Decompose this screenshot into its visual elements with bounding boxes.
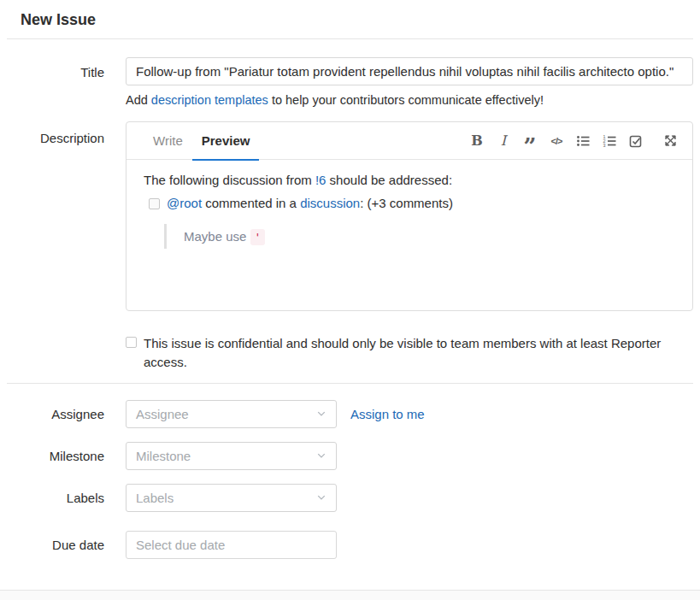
due-date-input[interactable]	[126, 531, 337, 559]
code-icon[interactable]: </>	[546, 131, 567, 151]
quoted-comment: Maybe use '	[164, 224, 675, 249]
milestone-label: Milestone	[7, 442, 126, 463]
section-divider	[7, 383, 693, 384]
assignee-dropdown-value: Assignee	[136, 407, 189, 421]
description-label: Description	[7, 121, 126, 145]
page-footer	[0, 590, 700, 600]
labels-row: Labels Labels	[7, 484, 693, 512]
intro-prefix: The following discussion from	[144, 173, 315, 187]
milestone-dropdown[interactable]: Milestone	[126, 442, 337, 470]
inline-code: '	[250, 229, 266, 245]
preview-intro-line: The following discussion from !6 should …	[144, 171, 675, 190]
chevron-down-icon	[316, 409, 326, 419]
tab-preview[interactable]: Preview	[192, 122, 260, 160]
task-list-item: @root commented in a discussion: (+3 com…	[144, 196, 675, 210]
assignee-row: Assignee Assignee Assign to me	[7, 400, 693, 428]
chevron-down-icon	[316, 450, 326, 461]
labels-label: Labels	[7, 484, 126, 505]
confidential-row: This issue is confidential and should on…	[7, 334, 693, 372]
task-mid-text: commented in a	[202, 196, 300, 210]
quote-icon[interactable]: ”	[520, 131, 540, 151]
milestone-row: Milestone Milestone	[7, 442, 693, 470]
task-text: @root commented in a discussion: (+3 com…	[167, 196, 453, 210]
intro-suffix: should be addressed:	[326, 173, 452, 187]
user-link[interactable]: @root	[167, 196, 202, 210]
due-date-row: Due date	[7, 531, 693, 559]
description-templates-link[interactable]: description templates	[151, 93, 268, 107]
merge-request-link[interactable]: !6	[315, 173, 326, 187]
labels-dropdown-value: Labels	[136, 491, 174, 505]
due-date-label: Due date	[7, 531, 126, 552]
bulleted-list-icon[interactable]	[573, 131, 593, 151]
confidential-checkbox[interactable]	[126, 337, 137, 348]
italic-icon[interactable]: I	[493, 131, 514, 151]
markdown-toolbar: B I ” </> 1 2	[467, 131, 680, 151]
quote-text: Maybe use	[184, 229, 250, 244]
confidential-text: This issue is confidential and should on…	[144, 334, 693, 372]
title-label: Title	[7, 57, 126, 79]
title-help-text: Add description templates to help your c…	[126, 93, 693, 107]
assignee-dropdown[interactable]: Assignee	[126, 400, 337, 428]
confidential-option[interactable]: This issue is confidential and should on…	[126, 334, 693, 372]
task-list-icon[interactable]	[626, 131, 646, 151]
help-suffix: to help your contributors communicate ef…	[268, 93, 544, 107]
bold-icon[interactable]: B	[467, 131, 487, 151]
task-suffix-text: : (+3 comments)	[360, 196, 453, 210]
page-title: New Issue	[21, 11, 679, 29]
assign-to-me-link[interactable]: Assign to me	[350, 400, 425, 428]
svg-text:3: 3	[603, 143, 606, 148]
description-row: Description Write Preview B I ” </>	[7, 121, 693, 311]
new-issue-page: New Issue Title Add description template…	[0, 11, 700, 600]
markdown-editor: Write Preview B I ” </>	[126, 121, 693, 311]
help-prefix: Add	[126, 93, 151, 107]
fullscreen-icon[interactable]	[660, 131, 680, 151]
markdown-preview: The following discussion from !6 should …	[126, 160, 692, 310]
assignee-label: Assignee	[7, 400, 126, 421]
milestone-dropdown-value: Milestone	[136, 449, 191, 463]
task-checkbox[interactable]	[149, 198, 160, 209]
title-row: Title Add description templates to help …	[7, 57, 693, 107]
header-divider	[7, 38, 693, 39]
editor-tab-bar: Write Preview B I ” </>	[126, 122, 692, 160]
numbered-list-icon[interactable]: 1 2 3	[599, 131, 620, 151]
chevron-down-icon	[316, 492, 326, 503]
tab-write[interactable]: Write	[144, 122, 192, 160]
discussion-link[interactable]: discussion	[300, 196, 360, 210]
labels-dropdown[interactable]: Labels	[126, 484, 337, 512]
title-input[interactable]	[126, 57, 693, 85]
